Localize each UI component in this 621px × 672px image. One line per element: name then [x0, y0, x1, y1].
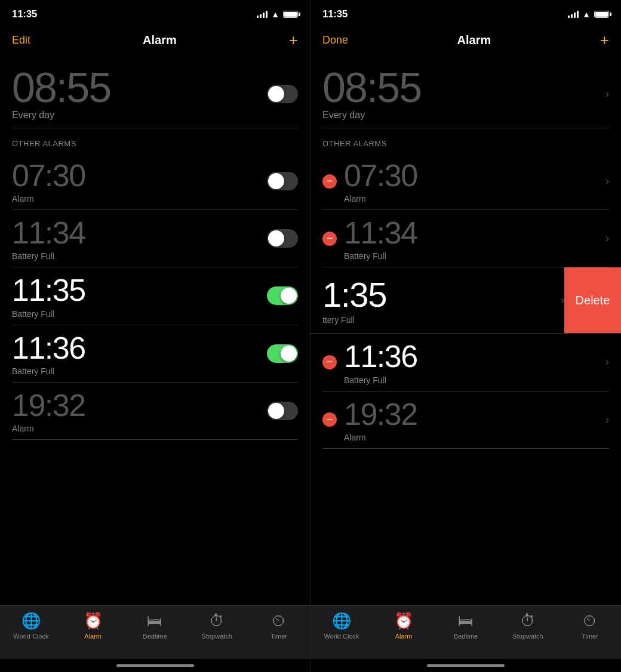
right-add-button[interactable]: +: [600, 32, 609, 48]
alarm-row-1-toggle[interactable]: [267, 172, 298, 190]
alarm-row-4-toggle[interactable]: [267, 344, 298, 363]
tab-world-clock-label-left: World Clock: [13, 633, 48, 640]
right-nav-bar: Done Alarm +: [310, 26, 621, 57]
main-alarm-time: 08:55: [12, 67, 110, 109]
tab-bedtime-left[interactable]: 🛏 Bedtime: [133, 612, 176, 640]
right-alarm-row-2[interactable]: 11:34 Battery Full ›: [322, 210, 609, 267]
alarm-row-5-time: 19:32: [12, 389, 85, 423]
tab-world-clock-left[interactable]: 🌐 World Clock: [10, 612, 53, 640]
battery-icon: [283, 11, 298, 18]
right-main-alarm-time: 08:55: [322, 67, 421, 109]
tab-stopwatch-label-left: Stopwatch: [202, 633, 232, 640]
alarm-row-4-time: 11:36: [12, 331, 85, 365]
main-alarm-row[interactable]: 08:55 Every day: [12, 57, 298, 128]
left-time: 11:35: [12, 8, 37, 20]
right-alarm-row-1-minus[interactable]: [322, 174, 337, 189]
alarm-row-5[interactable]: 19:32 Alarm: [12, 383, 298, 440]
right-alarm-row-4[interactable]: 11:36 Battery Full ›: [322, 334, 609, 391]
right-alarm-row-4-minus[interactable]: [322, 355, 337, 369]
left-add-button[interactable]: +: [289, 32, 298, 48]
right-alarm-row-4-chevron: ›: [605, 356, 609, 368]
delete-button[interactable]: Delete: [564, 267, 621, 333]
right-alarm-row-5-time: 19:32: [344, 397, 417, 431]
alarm-row-3-label: Battery Full: [12, 309, 85, 319]
right-alarm-list: 08:55 Every day › OTHER ALARMS 07:30 Ala…: [310, 57, 621, 605]
alarm-row-2-toggle[interactable]: [267, 229, 298, 248]
alarm-row-3-toggle[interactable]: [267, 286, 298, 305]
right-alarm-row-1-info: 07:30 Alarm: [344, 159, 417, 204]
timer-icon-left: ⏲: [271, 612, 287, 630]
right-alarm-row-3-inner: 1:35 ttery Full ›: [310, 267, 564, 333]
right-alarm-row-5[interactable]: 19:32 Alarm ›: [322, 392, 609, 449]
right-alarm-row-4-label: Battery Full: [344, 375, 417, 385]
tab-stopwatch-left[interactable]: ⏱ Stopwatch: [195, 612, 238, 640]
tab-stopwatch-right[interactable]: ⏱ Stopwatch: [506, 612, 549, 640]
right-alarm-row-1[interactable]: 07:30 Alarm ›: [322, 153, 609, 210]
alarm-row-1[interactable]: 07:30 Alarm: [12, 153, 298, 210]
tab-bedtime-right[interactable]: 🛏 Bedtime: [444, 612, 487, 640]
tab-alarm-right[interactable]: ⏰ Alarm: [382, 612, 425, 640]
right-other-alarms-header: OTHER ALARMS: [322, 128, 609, 153]
right-alarm-row-2-time: 11:34: [344, 216, 417, 250]
stopwatch-icon-left: ⏱: [209, 612, 225, 630]
main-alarm-toggle[interactable]: [267, 85, 298, 103]
right-nav-title: Alarm: [457, 33, 491, 47]
left-status-bar: 11:35 ▲: [0, 0, 310, 26]
tab-alarm-label-right: Alarm: [395, 633, 413, 640]
alarm-row-3[interactable]: 11:35 Battery Full: [12, 267, 298, 325]
left-panel: 11:35 ▲ Edit Alarm + 08:55 Every day: [0, 0, 310, 672]
tab-timer-label-right: Timer: [582, 633, 598, 640]
wifi-icon: ▲: [271, 10, 279, 19]
right-alarm-row-5-chevron: ›: [605, 414, 609, 426]
tab-world-clock-right[interactable]: 🌐 World Clock: [320, 612, 363, 640]
alarm-row-2-label: Battery Full: [12, 251, 85, 261]
right-alarm-row-1-label: Alarm: [344, 194, 417, 204]
right-main-alarm-row[interactable]: 08:55 Every day ›: [322, 57, 609, 128]
left-status-icons: ▲: [257, 10, 298, 19]
bedtime-icon-left: 🛏: [147, 612, 162, 630]
alarm-row-5-toggle[interactable]: [267, 402, 298, 420]
tab-alarm-left[interactable]: ⏰ Alarm: [72, 612, 115, 640]
right-alarm-row-5-minus[interactable]: [322, 412, 337, 427]
left-home-indicator: [0, 659, 310, 672]
right-alarm-row-1-time: 07:30: [344, 159, 417, 193]
alarm-icon-left: ⏰: [84, 612, 103, 630]
main-alarm-info: 08:55 Every day: [12, 67, 110, 121]
alarm-row-4-label: Battery Full: [12, 366, 85, 376]
right-alarm-row-1-chevron: ›: [605, 175, 609, 187]
tab-timer-left[interactable]: ⏲ Timer: [257, 612, 300, 640]
edit-button[interactable]: Edit: [12, 34, 30, 47]
right-battery-icon: [594, 11, 609, 18]
alarm-row-5-label: Alarm: [12, 424, 85, 433]
right-main-alarm-chevron: ›: [605, 88, 609, 100]
tab-bedtime-label-left: Bedtime: [143, 633, 167, 640]
right-alarm-row-4-time: 11:36: [344, 340, 417, 374]
right-alarm-row-2-minus[interactable]: [322, 232, 337, 246]
right-main-alarm-label: Every day: [322, 110, 421, 121]
alarm-row-1-info: 07:30 Alarm: [12, 159, 85, 204]
alarm-row-2-time: 11:34: [12, 216, 85, 250]
alarm-icon-right: ⏰: [394, 612, 413, 630]
main-alarm-label: Every day: [12, 110, 110, 121]
right-home-bar: [427, 664, 505, 667]
right-alarm-row-3-swiped-container: 1:35 ttery Full › Delete: [310, 267, 621, 334]
right-main-alarm-info: 08:55 Every day: [322, 67, 421, 121]
alarm-row-2[interactable]: 11:34 Battery Full: [12, 210, 298, 267]
left-nav-title: Alarm: [143, 33, 177, 47]
alarm-row-4[interactable]: 11:36 Battery Full: [12, 325, 298, 383]
right-alarm-row-3-label: ttery Full: [322, 315, 386, 325]
done-button[interactable]: Done: [322, 34, 348, 47]
tab-timer-right[interactable]: ⏲ Timer: [568, 612, 611, 640]
bedtime-icon-right: 🛏: [458, 612, 474, 630]
other-alarms-header: OTHER ALARMS: [12, 128, 298, 153]
right-wifi-icon: ▲: [582, 10, 591, 19]
alarm-row-2-info: 11:34 Battery Full: [12, 216, 85, 261]
right-home-indicator: [310, 659, 621, 672]
world-clock-icon-left: 🌐: [21, 612, 41, 630]
right-time: 11:35: [322, 8, 348, 20]
tab-timer-label-left: Timer: [270, 633, 287, 640]
stopwatch-icon-right: ⏱: [520, 612, 536, 630]
left-alarm-list: 08:55 Every day OTHER ALARMS 07:30 Alarm…: [0, 57, 310, 605]
tab-world-clock-label-right: World Clock: [324, 633, 359, 640]
signal-icon: [257, 11, 268, 18]
